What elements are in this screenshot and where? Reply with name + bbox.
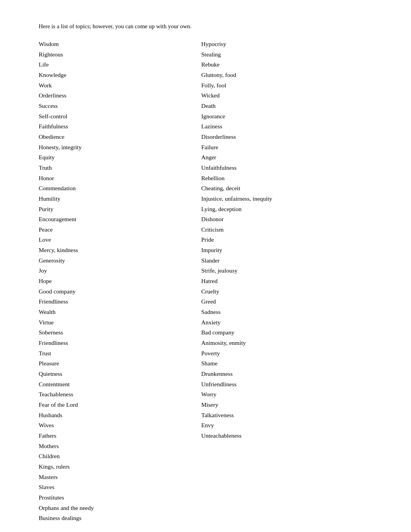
list-item: Wives xyxy=(39,420,201,431)
list-item: Life xyxy=(39,60,201,70)
list-item: Business dealings xyxy=(39,513,201,523)
list-item: Cheating, deceit xyxy=(201,183,364,194)
list-item: Children xyxy=(39,451,201,462)
list-item: Joy xyxy=(39,266,201,276)
list-item: Pleasure xyxy=(39,358,201,369)
list-item: Death xyxy=(201,101,364,111)
list-item: Slaves xyxy=(39,482,201,493)
list-item: Friendliness xyxy=(39,297,201,307)
list-item: Prostitutes xyxy=(39,493,201,503)
list-item: Worry xyxy=(201,389,364,400)
list-item: Hope xyxy=(39,276,201,286)
list-item: Dishonor xyxy=(201,214,364,225)
columns-container: WisdomRighteousLifeKnowledgeWorkOrderlin… xyxy=(39,39,372,523)
list-item: Wealth xyxy=(39,307,201,317)
list-item: Commendation xyxy=(39,183,201,194)
list-item: Poverty xyxy=(201,348,364,359)
list-item: Fathers xyxy=(39,431,201,441)
list-item: Lying, deception xyxy=(201,204,364,215)
list-item: Honor xyxy=(39,173,201,184)
list-item: Rebuke xyxy=(201,60,364,70)
list-item: Friendliness xyxy=(39,338,201,348)
list-item: Folly, fool xyxy=(201,80,364,91)
list-item: Kings, rulers xyxy=(39,462,201,472)
list-item: Generosity xyxy=(39,256,201,266)
list-item: Faithfulness xyxy=(39,121,201,132)
list-item: Contentment xyxy=(39,379,201,390)
list-item: Bad company xyxy=(201,327,364,338)
list-item: Mothers xyxy=(39,441,201,452)
list-item: Self-control xyxy=(39,111,201,122)
list-item: Slander xyxy=(201,256,364,266)
list-item: Anxiety xyxy=(201,317,364,328)
list-item: Fear of the Lord xyxy=(39,400,201,410)
list-item: Obedience xyxy=(39,132,201,142)
list-item: Rebellion xyxy=(201,173,364,184)
list-item: Virtue xyxy=(39,317,201,328)
list-item: Talkativeness xyxy=(201,410,364,421)
list-item: Hatred xyxy=(201,276,364,286)
list-item: Humility xyxy=(39,194,201,204)
list-item: Quietness xyxy=(39,369,201,379)
list-item: Orderliness xyxy=(39,90,201,101)
list-item: Success xyxy=(39,101,201,111)
list-item: Envy xyxy=(201,420,364,431)
list-item: Trust xyxy=(39,348,201,359)
list-item: Wisdom xyxy=(39,39,201,49)
right-column: HypocrisyStealingRebukeGluttony, foodFol… xyxy=(201,39,364,441)
list-item: Love xyxy=(39,235,201,245)
list-item: Honesty, integrity xyxy=(39,142,201,153)
list-item: Pride xyxy=(201,235,364,245)
list-item: Animosity, enmity xyxy=(201,338,364,348)
list-item: Anger xyxy=(201,152,364,163)
list-item: Knowledge xyxy=(39,70,201,80)
list-item: Peace xyxy=(39,225,201,235)
list-item: Teachableness xyxy=(39,389,201,400)
list-item: Righteous xyxy=(39,49,201,60)
list-item: Equity xyxy=(39,152,201,163)
list-item: Wicked xyxy=(201,90,364,101)
list-item: Stealing xyxy=(201,49,364,60)
list-item: Disorderliness xyxy=(201,132,364,142)
list-item: Strife, jealousy xyxy=(201,266,364,276)
list-item: Sadness xyxy=(201,307,364,317)
list-item: Criticism xyxy=(201,225,364,235)
list-item: Impurity xyxy=(201,245,364,256)
list-item: Unfriendliness xyxy=(201,379,364,390)
list-item: Work xyxy=(39,80,201,91)
left-column: WisdomRighteousLifeKnowledgeWorkOrderlin… xyxy=(39,39,201,523)
list-item: Masters xyxy=(39,472,201,483)
list-item: Purity xyxy=(39,204,201,215)
list-item: Hypocrisy xyxy=(201,39,364,49)
list-item: Ignorance xyxy=(201,111,364,122)
list-item: Failure xyxy=(201,142,364,153)
list-item: Good company xyxy=(39,286,201,297)
list-item: Unteachableness xyxy=(201,431,364,441)
intro-paragraph: Here is a list of topics; however, you c… xyxy=(39,23,372,30)
list-item: Unfaithfulness xyxy=(201,163,364,173)
list-item: Encouragement xyxy=(39,214,201,225)
list-item: Soberness xyxy=(39,327,201,338)
list-item: Orphans and the needy xyxy=(39,503,201,513)
list-item: Cruelty xyxy=(201,286,364,297)
list-item: Mercy, kindness xyxy=(39,245,201,256)
list-item: Greed xyxy=(201,297,364,307)
list-item: Gluttony, food xyxy=(201,70,364,80)
list-item: Injustice, unfairness, inequity xyxy=(201,194,364,204)
list-item: Laziness xyxy=(201,121,364,132)
list-item: Husbands xyxy=(39,410,201,421)
list-item: Truth xyxy=(39,163,201,173)
list-item: Misery xyxy=(201,400,364,410)
list-item: Shame xyxy=(201,358,364,369)
list-item: Drunkenness xyxy=(201,369,364,379)
